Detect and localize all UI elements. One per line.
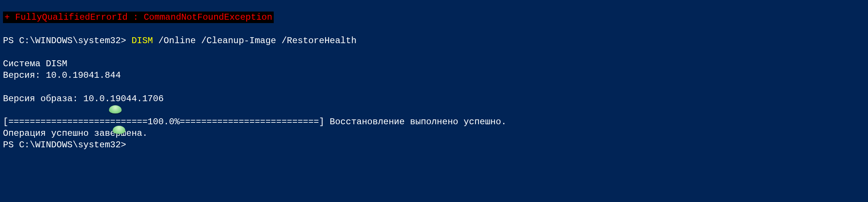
- command-name: DISM: [132, 36, 153, 46]
- powershell-terminal[interactable]: + FullyQualifiedErrorId : CommandNotFoun…: [0, 0, 868, 151]
- prompt-path-2: PS C:\WINDOWS\system32>: [3, 140, 126, 150]
- dism-progress: [==========================100.0%=======…: [3, 117, 507, 127]
- dism-title: Система DISM: [3, 59, 67, 69]
- prompt-path: PS C:\WINDOWS\system32>: [3, 36, 132, 46]
- dism-image-version: Версия образа: 10.0.19044.1706: [3, 94, 164, 104]
- dism-version: Версия: 10.0.19041.844: [3, 70, 121, 80]
- dism-operation-complete: Операция успешно завершена.: [3, 128, 148, 138]
- command-args: /Online /Cleanup-Image /RestoreHealth: [153, 36, 356, 46]
- error-line: + FullyQualifiedErrorId : CommandNotFoun…: [3, 12, 274, 23]
